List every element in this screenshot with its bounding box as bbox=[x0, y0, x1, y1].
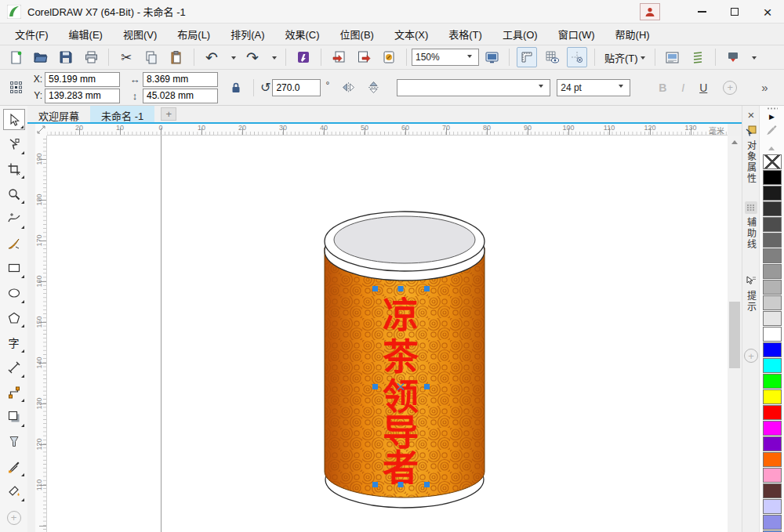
show-guidelines-button[interactable] bbox=[567, 47, 587, 67]
palette-swatch-11[interactable] bbox=[763, 327, 782, 342]
text-tool[interactable]: 字 bbox=[3, 332, 25, 353]
palette-swatch-21[interactable] bbox=[763, 483, 782, 498]
tab-untitled-1[interactable]: 未命名 -1 bbox=[90, 106, 154, 122]
search-content-button[interactable] bbox=[293, 47, 314, 67]
palette-swatch-6[interactable] bbox=[763, 248, 782, 263]
menu-item-window[interactable]: 窗口(W) bbox=[548, 24, 605, 45]
font-size-combo[interactable]: 24 pt bbox=[557, 79, 630, 96]
palette-swatch-2[interactable] bbox=[763, 186, 782, 201]
object-height-field[interactable] bbox=[143, 89, 218, 103]
export-button[interactable] bbox=[354, 47, 374, 67]
mirror-horizontal-button[interactable] bbox=[338, 78, 358, 98]
palette-swatch-9[interactable] bbox=[763, 295, 782, 310]
bold-button[interactable]: B bbox=[652, 78, 673, 97]
open-button[interactable] bbox=[31, 47, 51, 67]
menu-item-arrange[interactable]: 排列(A) bbox=[220, 24, 274, 45]
menu-item-effects[interactable]: 效果(C) bbox=[275, 24, 330, 45]
palette-flyout-button[interactable]: ▶ bbox=[769, 113, 775, 121]
scrollbar-thumb[interactable] bbox=[729, 302, 740, 368]
show-grid-button[interactable] bbox=[542, 47, 562, 67]
import-button[interactable] bbox=[328, 47, 349, 67]
drop-shadow-tool[interactable] bbox=[3, 407, 25, 428]
menu-item-view[interactable]: 视图(V) bbox=[113, 24, 167, 45]
menu-item-bitmaps[interactable]: 位图(B) bbox=[330, 24, 384, 45]
selection-handle[interactable] bbox=[398, 286, 404, 291]
menu-item-file[interactable]: 文件(F) bbox=[5, 24, 59, 45]
object-origin-button[interactable] bbox=[5, 78, 26, 98]
docker-tab-guidelines[interactable]: 辅助线 bbox=[742, 201, 760, 250]
palette-swatch-19[interactable] bbox=[763, 452, 782, 467]
y-position-field[interactable] bbox=[45, 89, 120, 103]
redo-dropdown[interactable] bbox=[267, 47, 278, 67]
show-rulers-button[interactable] bbox=[517, 47, 537, 67]
mirror-vertical-button[interactable] bbox=[363, 78, 383, 98]
selection-handle[interactable] bbox=[398, 482, 404, 487]
scroll-up-button[interactable] bbox=[728, 136, 742, 149]
italic-button[interactable]: I bbox=[673, 78, 693, 97]
add-docker-button[interactable]: + bbox=[744, 349, 758, 363]
vertical-scrollbar[interactable] bbox=[728, 136, 742, 532]
undo-button[interactable]: ↶ bbox=[201, 47, 222, 67]
transparency-tool[interactable] bbox=[3, 431, 25, 452]
drawing-canvas[interactable]: 凉 茶 领 导 者 bbox=[47, 136, 728, 532]
menu-item-help[interactable]: 帮助(H) bbox=[605, 24, 660, 45]
new-document-tab-button[interactable]: + bbox=[161, 107, 176, 121]
docker-tab-object-properties[interactable]: 对象属性 bbox=[742, 125, 760, 184]
dimension-tool[interactable] bbox=[3, 356, 25, 378]
palette-swatch-20[interactable] bbox=[763, 468, 782, 483]
palette-swatch-1[interactable] bbox=[763, 170, 782, 185]
save-button[interactable] bbox=[56, 47, 76, 67]
palette-swatch-none[interactable] bbox=[763, 154, 782, 169]
new-document-button[interactable] bbox=[5, 47, 26, 67]
palette-swatch-12[interactable] bbox=[763, 342, 782, 357]
palette-swatch-14[interactable] bbox=[763, 374, 782, 389]
palette-swatch-3[interactable] bbox=[763, 201, 782, 216]
customize-toolbox-button[interactable]: + bbox=[3, 507, 25, 528]
can-artwork[interactable]: 凉 茶 领 导 者 bbox=[318, 208, 491, 522]
polygon-tool[interactable] bbox=[3, 307, 25, 328]
propbar-overflow-button[interactable]: » bbox=[761, 81, 768, 94]
crop-tool[interactable] bbox=[3, 158, 25, 179]
add-properties-button[interactable]: + bbox=[720, 78, 740, 98]
menu-item-tools[interactable]: 工具(O) bbox=[492, 24, 548, 45]
selection-handle[interactable] bbox=[372, 286, 378, 291]
font-family-combo[interactable] bbox=[397, 79, 550, 96]
selection-handle[interactable] bbox=[372, 482, 378, 487]
close-button[interactable]: × bbox=[751, 0, 784, 24]
options-button[interactable] bbox=[662, 47, 683, 67]
x-position-field[interactable] bbox=[45, 72, 120, 87]
palette-scroll-up-button[interactable] bbox=[768, 143, 775, 150]
shape-tool[interactable] bbox=[3, 134, 25, 155]
publish-pdf-button[interactable] bbox=[379, 47, 399, 67]
minimize-button[interactable] bbox=[685, 0, 718, 24]
rotation-angle-field[interactable] bbox=[272, 79, 321, 96]
rectangle-tool[interactable] bbox=[3, 258, 25, 279]
palette-swatch-23[interactable] bbox=[763, 515, 782, 530]
menu-item-table[interactable]: 表格(T) bbox=[438, 24, 492, 45]
connector-tool[interactable] bbox=[3, 382, 25, 403]
tab-welcome-screen[interactable]: 欢迎屏幕 bbox=[27, 106, 90, 122]
redo-button[interactable]: ↷ bbox=[242, 47, 263, 67]
scale-lock-button[interactable] bbox=[226, 78, 246, 98]
print-button[interactable] bbox=[81, 47, 101, 67]
maximize-button[interactable] bbox=[718, 0, 751, 24]
snap-to-dropdown[interactable]: 贴齐(T) bbox=[600, 49, 650, 67]
account-button[interactable] bbox=[640, 3, 660, 20]
palette-swatch-18[interactable] bbox=[763, 436, 782, 451]
menu-item-layout[interactable]: 布局(L) bbox=[167, 24, 220, 45]
selection-handle[interactable] bbox=[424, 482, 430, 487]
zoom-tool[interactable] bbox=[3, 183, 25, 204]
color-eyedropper-tool[interactable] bbox=[3, 456, 25, 477]
menu-item-edit[interactable]: 编辑(E) bbox=[59, 24, 113, 45]
selection-handle[interactable] bbox=[424, 286, 430, 291]
zoom-level-combo[interactable]: 150% bbox=[412, 49, 479, 66]
fullscreen-preview-button[interactable] bbox=[481, 47, 502, 67]
object-width-field[interactable] bbox=[143, 72, 218, 87]
selection-handle[interactable] bbox=[424, 384, 430, 389]
freehand-tool[interactable] bbox=[3, 208, 25, 230]
pick-tool[interactable] bbox=[3, 109, 25, 130]
palette-eyedropper-icon[interactable] bbox=[767, 125, 777, 137]
undo-dropdown[interactable] bbox=[227, 47, 238, 67]
vertical-ruler[interactable]: 190180170160150140130120110 bbox=[35, 136, 47, 532]
ruler-origin[interactable] bbox=[35, 124, 47, 136]
